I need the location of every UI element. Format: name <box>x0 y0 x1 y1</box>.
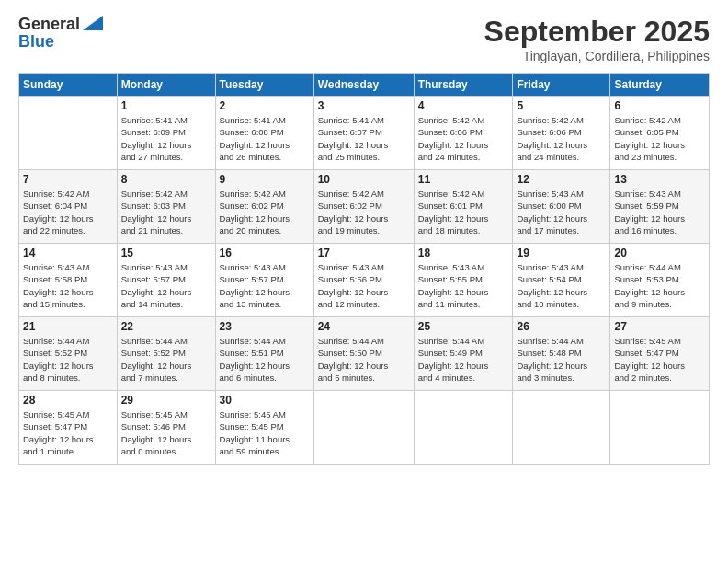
day-info-6: Sunrise: 5:42 AM Sunset: 6:05 PM Dayligh… <box>614 114 705 163</box>
cell-3-3: 24Sunrise: 5:44 AM Sunset: 5:50 PM Dayli… <box>313 317 414 391</box>
day-info-8: Sunrise: 5:42 AM Sunset: 6:03 PM Dayligh… <box>121 188 211 236</box>
logo-general: General <box>18 15 80 34</box>
day-number-28: 28 <box>23 394 113 407</box>
day-number-8: 8 <box>121 173 211 186</box>
col-sunday: Sunday <box>19 74 118 97</box>
cell-4-1: 29Sunrise: 5:45 AM Sunset: 5:46 PM Dayli… <box>117 391 215 465</box>
day-info-18: Sunrise: 5:43 AM Sunset: 5:55 PM Dayligh… <box>418 261 509 310</box>
day-info-26: Sunrise: 5:44 AM Sunset: 5:48 PM Dayligh… <box>517 335 606 384</box>
cell-2-4: 18Sunrise: 5:43 AM Sunset: 5:55 PM Dayli… <box>414 244 513 317</box>
day-info-20: Sunrise: 5:44 AM Sunset: 5:53 PM Dayligh… <box>614 261 705 310</box>
week-row-2: 14Sunrise: 5:43 AM Sunset: 5:58 PM Dayli… <box>19 244 710 317</box>
col-monday: Monday <box>117 74 215 97</box>
day-info-24: Sunrise: 5:44 AM Sunset: 5:50 PM Dayligh… <box>318 335 410 384</box>
day-number-15: 15 <box>121 247 211 259</box>
day-info-3: Sunrise: 5:41 AM Sunset: 6:07 PM Dayligh… <box>318 114 410 163</box>
day-number-3: 3 <box>318 99 410 112</box>
day-info-2: Sunrise: 5:41 AM Sunset: 6:08 PM Dayligh… <box>220 114 310 163</box>
day-number-30: 30 <box>220 394 310 407</box>
cell-2-5: 19Sunrise: 5:43 AM Sunset: 5:54 PM Dayli… <box>513 244 610 317</box>
cell-3-1: 22Sunrise: 5:44 AM Sunset: 5:52 PM Dayli… <box>117 317 215 391</box>
day-number-4: 4 <box>418 99 509 112</box>
day-number-6: 6 <box>614 99 705 112</box>
cell-4-5 <box>513 391 610 465</box>
day-info-27: Sunrise: 5:45 AM Sunset: 5:47 PM Dayligh… <box>614 335 705 384</box>
cell-0-6: 6Sunrise: 5:42 AM Sunset: 6:05 PM Daylig… <box>610 97 710 170</box>
cell-3-2: 23Sunrise: 5:44 AM Sunset: 5:51 PM Dayli… <box>215 317 313 391</box>
day-number-23: 23 <box>220 320 310 333</box>
cell-0-0 <box>19 97 118 170</box>
cell-2-0: 14Sunrise: 5:43 AM Sunset: 5:58 PM Dayli… <box>19 244 118 317</box>
day-number-11: 11 <box>418 173 509 186</box>
day-number-25: 25 <box>418 320 509 333</box>
cell-0-5: 5Sunrise: 5:42 AM Sunset: 6:06 PM Daylig… <box>513 97 610 170</box>
cell-0-1: 1Sunrise: 5:41 AM Sunset: 6:09 PM Daylig… <box>117 97 215 170</box>
week-row-3: 21Sunrise: 5:44 AM Sunset: 5:52 PM Dayli… <box>19 317 710 391</box>
day-info-14: Sunrise: 5:43 AM Sunset: 5:58 PM Dayligh… <box>23 261 113 310</box>
col-saturday: Saturday <box>610 74 710 97</box>
cell-4-2: 30Sunrise: 5:45 AM Sunset: 5:45 PM Dayli… <box>215 391 313 465</box>
cell-4-0: 28Sunrise: 5:45 AM Sunset: 5:47 PM Dayli… <box>19 391 118 465</box>
cell-1-0: 7Sunrise: 5:42 AM Sunset: 6:04 PM Daylig… <box>19 170 118 244</box>
day-info-7: Sunrise: 5:42 AM Sunset: 6:04 PM Dayligh… <box>23 188 113 236</box>
day-info-10: Sunrise: 5:42 AM Sunset: 6:02 PM Dayligh… <box>318 188 410 236</box>
day-info-28: Sunrise: 5:45 AM Sunset: 5:47 PM Dayligh… <box>23 408 113 457</box>
calendar: Sunday Monday Tuesday Wednesday Thursday… <box>18 73 710 465</box>
day-number-14: 14 <box>23 247 113 259</box>
day-info-29: Sunrise: 5:45 AM Sunset: 5:46 PM Dayligh… <box>121 408 211 457</box>
col-friday: Friday <box>513 74 610 97</box>
day-info-23: Sunrise: 5:44 AM Sunset: 5:51 PM Dayligh… <box>220 335 310 384</box>
cell-0-3: 3Sunrise: 5:41 AM Sunset: 6:07 PM Daylig… <box>313 97 414 170</box>
day-info-5: Sunrise: 5:42 AM Sunset: 6:06 PM Dayligh… <box>517 114 606 163</box>
cell-4-4 <box>414 391 513 465</box>
day-number-26: 26 <box>517 320 606 333</box>
cell-1-6: 13Sunrise: 5:43 AM Sunset: 5:59 PM Dayli… <box>610 170 710 244</box>
day-info-30: Sunrise: 5:45 AM Sunset: 5:45 PM Dayligh… <box>220 408 310 457</box>
week-row-1: 7Sunrise: 5:42 AM Sunset: 6:04 PM Daylig… <box>19 170 710 244</box>
logo-arrow-icon <box>83 16 103 30</box>
col-tuesday: Tuesday <box>215 74 313 97</box>
day-number-29: 29 <box>121 394 211 407</box>
day-number-24: 24 <box>318 320 410 333</box>
cell-3-5: 26Sunrise: 5:44 AM Sunset: 5:48 PM Dayli… <box>513 317 610 391</box>
cell-1-4: 11Sunrise: 5:42 AM Sunset: 6:01 PM Dayli… <box>414 170 513 244</box>
col-thursday: Thursday <box>414 74 513 97</box>
day-number-12: 12 <box>517 173 606 186</box>
day-info-17: Sunrise: 5:43 AM Sunset: 5:56 PM Dayligh… <box>318 261 410 310</box>
day-info-22: Sunrise: 5:44 AM Sunset: 5:52 PM Dayligh… <box>121 335 211 384</box>
week-row-4: 28Sunrise: 5:45 AM Sunset: 5:47 PM Dayli… <box>19 391 710 465</box>
day-info-13: Sunrise: 5:43 AM Sunset: 5:59 PM Dayligh… <box>614 188 705 236</box>
cell-1-2: 9Sunrise: 5:42 AM Sunset: 6:02 PM Daylig… <box>215 170 313 244</box>
location: Tinglayan, Cordillera, Philippines <box>484 49 710 63</box>
day-number-20: 20 <box>614 247 705 259</box>
day-number-2: 2 <box>220 99 310 112</box>
day-info-21: Sunrise: 5:44 AM Sunset: 5:52 PM Dayligh… <box>23 335 113 384</box>
day-info-4: Sunrise: 5:42 AM Sunset: 6:06 PM Dayligh… <box>418 114 509 163</box>
day-number-16: 16 <box>220 247 310 259</box>
cell-1-1: 8Sunrise: 5:42 AM Sunset: 6:03 PM Daylig… <box>117 170 215 244</box>
day-number-19: 19 <box>517 247 606 259</box>
day-info-16: Sunrise: 5:43 AM Sunset: 5:57 PM Dayligh… <box>220 261 310 310</box>
calendar-header-row: Sunday Monday Tuesday Wednesday Thursday… <box>19 74 710 97</box>
logo: General Blue <box>18 15 103 52</box>
cell-3-0: 21Sunrise: 5:44 AM Sunset: 5:52 PM Dayli… <box>19 317 118 391</box>
cell-2-2: 16Sunrise: 5:43 AM Sunset: 5:57 PM Dayli… <box>215 244 313 317</box>
day-number-13: 13 <box>614 173 705 186</box>
day-number-18: 18 <box>418 247 509 259</box>
col-wednesday: Wednesday <box>313 74 414 97</box>
day-info-15: Sunrise: 5:43 AM Sunset: 5:57 PM Dayligh… <box>121 261 211 310</box>
day-info-9: Sunrise: 5:42 AM Sunset: 6:02 PM Dayligh… <box>220 188 310 236</box>
cell-1-3: 10Sunrise: 5:42 AM Sunset: 6:02 PM Dayli… <box>313 170 414 244</box>
cell-1-5: 12Sunrise: 5:43 AM Sunset: 6:00 PM Dayli… <box>513 170 610 244</box>
day-number-17: 17 <box>318 247 410 259</box>
day-number-9: 9 <box>220 173 310 186</box>
day-info-11: Sunrise: 5:42 AM Sunset: 6:01 PM Dayligh… <box>418 188 509 236</box>
cell-2-6: 20Sunrise: 5:44 AM Sunset: 5:53 PM Dayli… <box>610 244 710 317</box>
day-info-25: Sunrise: 5:44 AM Sunset: 5:49 PM Dayligh… <box>418 335 509 384</box>
day-number-10: 10 <box>318 173 410 186</box>
header: General Blue September 2025 Tinglayan, C… <box>18 15 710 63</box>
day-number-22: 22 <box>121 320 211 333</box>
svg-marker-0 <box>83 16 103 30</box>
cell-3-4: 25Sunrise: 5:44 AM Sunset: 5:49 PM Dayli… <box>414 317 513 391</box>
cell-3-6: 27Sunrise: 5:45 AM Sunset: 5:47 PM Dayli… <box>610 317 710 391</box>
